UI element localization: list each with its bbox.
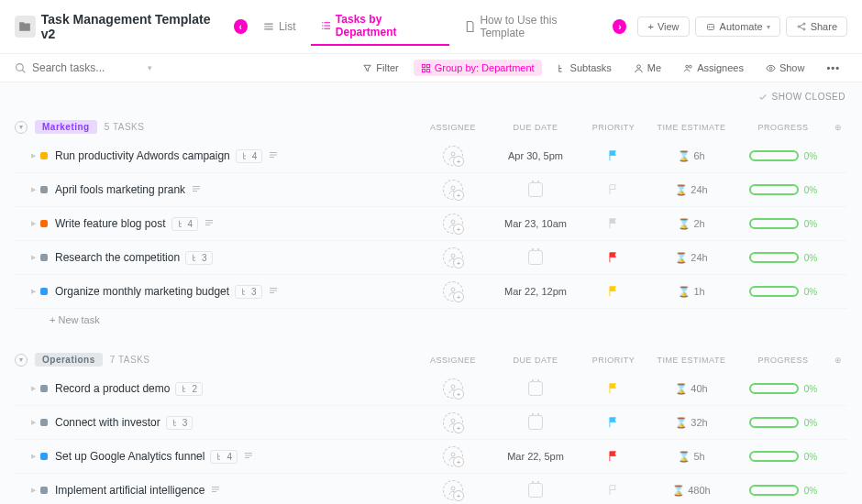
calendar-icon[interactable] — [528, 182, 543, 197]
status-dot[interactable] — [40, 220, 48, 227]
assignee-cell[interactable] — [416, 247, 490, 268]
col-time[interactable]: TIME ESTIMATE — [646, 123, 737, 132]
me-button[interactable]: Me — [626, 60, 669, 76]
subtask-count[interactable]: 3 — [166, 416, 193, 430]
task-row[interactable]: ▶ Record a product demo 2 ⌛40h 0% — [15, 372, 847, 406]
add-column-button[interactable]: ⊕ — [829, 356, 847, 365]
drag-handle[interactable]: ▶ — [15, 288, 31, 295]
show-closed-button[interactable]: SHOW CLOSED — [758, 92, 845, 102]
add-column-button[interactable]: ⊕ — [829, 123, 847, 132]
due-cell[interactable] — [490, 182, 581, 197]
status-dot[interactable] — [40, 186, 48, 193]
due-cell[interactable]: Mar 22, 5pm — [490, 451, 581, 462]
time-cell[interactable]: ⌛24h — [646, 184, 737, 196]
progress-cell[interactable]: 0% — [737, 218, 829, 229]
search-dropdown[interactable]: ▾ — [148, 63, 152, 72]
subtask-count[interactable]: 4 — [171, 217, 199, 231]
search-input[interactable] — [32, 61, 142, 74]
tab-howto[interactable]: How to Use this Template — [455, 8, 607, 45]
due-cell[interactable]: Mar 22, 12pm — [490, 286, 581, 297]
priority-cell[interactable] — [581, 450, 646, 463]
task-row[interactable]: ▶ Run productivity Adwords campaign 4 Ap… — [15, 139, 847, 173]
priority-cell[interactable] — [581, 416, 646, 429]
progress-cell[interactable]: 0% — [737, 451, 829, 462]
subtask-count[interactable]: 3 — [235, 285, 262, 299]
add-assignee-icon[interactable] — [443, 146, 463, 166]
status-dot[interactable] — [40, 254, 48, 261]
nav-next-button[interactable]: › — [613, 19, 626, 34]
group-name[interactable]: Marketing — [35, 120, 97, 134]
task-row[interactable]: ▶ Connect with investor 3 ⌛32h 0% — [15, 406, 847, 440]
tab-list[interactable]: List — [253, 15, 305, 38]
priority-cell[interactable] — [581, 251, 646, 264]
col-due[interactable]: DUE DATE — [490, 356, 581, 365]
task-name[interactable]: Record a product demo — [55, 382, 170, 395]
time-cell[interactable]: ⌛32h — [646, 417, 737, 429]
drag-handle[interactable]: ▶ — [15, 152, 31, 159]
task-name[interactable]: Set up Google Analytics funnel — [55, 450, 204, 463]
col-progress[interactable]: PROGRESS — [737, 356, 829, 365]
col-progress[interactable]: PROGRESS — [737, 123, 829, 132]
add-assignee-icon[interactable] — [443, 180, 463, 200]
more-button[interactable]: ••• — [819, 60, 847, 76]
collapse-button[interactable]: ▾ — [15, 121, 28, 134]
time-cell[interactable]: ⌛1h — [646, 286, 737, 298]
drag-handle[interactable]: ▶ — [15, 220, 31, 227]
due-cell[interactable] — [490, 483, 581, 498]
drag-handle[interactable]: ▶ — [15, 453, 31, 460]
priority-cell[interactable] — [581, 149, 646, 162]
drag-handle[interactable]: ▶ — [15, 186, 31, 193]
assignee-cell[interactable] — [416, 180, 490, 200]
col-priority[interactable]: PRIORITY — [581, 123, 646, 132]
assignee-cell[interactable] — [416, 412, 490, 433]
col-priority[interactable]: PRIORITY — [581, 356, 646, 365]
add-assignee-icon[interactable] — [443, 247, 463, 268]
progress-cell[interactable]: 0% — [737, 417, 829, 428]
subtask-count[interactable]: 2 — [175, 382, 203, 396]
calendar-icon[interactable] — [528, 250, 543, 265]
status-dot[interactable] — [40, 288, 48, 295]
add-assignee-icon[interactable] — [443, 480, 463, 500]
subtask-count[interactable]: 4 — [236, 149, 263, 163]
add-assignee-icon[interactable] — [443, 446, 463, 466]
subtask-count[interactable]: 3 — [185, 251, 213, 265]
group-name[interactable]: Operations — [35, 353, 103, 367]
progress-cell[interactable]: 0% — [737, 252, 829, 263]
status-dot[interactable] — [40, 487, 48, 494]
filter-button[interactable]: Filter — [355, 60, 405, 76]
time-cell[interactable]: ⌛480h — [646, 485, 737, 497]
assignee-cell[interactable] — [416, 378, 490, 399]
calendar-icon[interactable] — [528, 415, 543, 430]
task-name[interactable]: April fools marketing prank — [55, 183, 185, 196]
task-name[interactable]: Write feature blog post — [55, 217, 166, 230]
task-row[interactable]: ▶ Research the competition 3 ⌛24h 0% — [15, 241, 847, 275]
priority-cell[interactable] — [581, 217, 646, 230]
subtask-count[interactable]: 4 — [210, 450, 238, 464]
task-row[interactable]: ▶ Implement artificial intelligence ⌛480… — [15, 474, 847, 504]
status-dot[interactable] — [40, 385, 48, 392]
subtasks-button[interactable]: Subtasks — [549, 60, 619, 76]
group-by-button[interactable]: Group by: Department — [414, 60, 542, 76]
drag-handle[interactable]: ▶ — [15, 254, 31, 261]
progress-cell[interactable]: 0% — [737, 485, 829, 496]
time-cell[interactable]: ⌛2h — [646, 218, 737, 230]
time-cell[interactable]: ⌛6h — [646, 150, 737, 162]
assignee-cell[interactable] — [416, 480, 490, 500]
task-name[interactable]: Run productivity Adwords campaign — [55, 149, 230, 162]
progress-cell[interactable]: 0% — [737, 286, 829, 297]
share-button[interactable]: Share — [786, 16, 847, 37]
task-row[interactable]: ▶ Write feature blog post 4 Mar 23, 10am… — [15, 207, 847, 241]
tab-tasks-by-dept[interactable]: Tasks by Department — [311, 7, 450, 46]
assignee-cell[interactable] — [416, 446, 490, 466]
status-dot[interactable] — [40, 419, 48, 426]
add-assignee-icon[interactable] — [443, 214, 463, 234]
show-button[interactable]: Show — [758, 60, 812, 76]
assignee-cell[interactable] — [416, 146, 490, 166]
priority-cell[interactable] — [581, 484, 646, 497]
time-cell[interactable]: ⌛40h — [646, 383, 737, 395]
task-name[interactable]: Organize monthly marketing budget — [55, 285, 229, 298]
assignees-button[interactable]: Assignees — [676, 60, 751, 76]
task-name[interactable]: Research the competition — [55, 251, 180, 264]
assignee-cell[interactable] — [416, 214, 490, 234]
task-name[interactable]: Connect with investor — [55, 416, 160, 429]
